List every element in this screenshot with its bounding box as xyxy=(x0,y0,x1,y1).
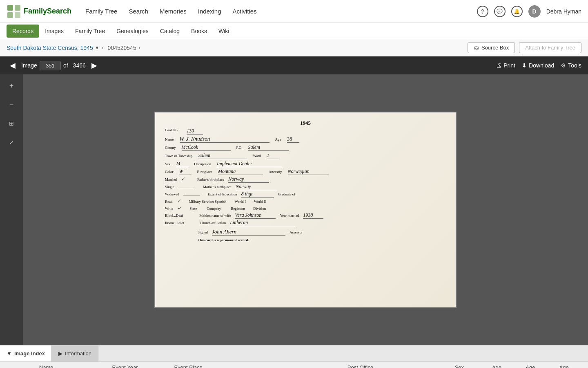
total-images: 3466 xyxy=(73,62,86,69)
tab-genealogies[interactable]: Genealogies xyxy=(111,25,154,38)
doc-card-row: Card No. 130 xyxy=(165,128,446,135)
nav-activities[interactable]: Activities xyxy=(229,5,261,17)
doc-sex-occ-row: Sex M Occupation Implement Dealer xyxy=(165,161,446,167)
doc-occupation: Implement Dealer xyxy=(217,161,282,167)
doc-name: W. J. Knudson xyxy=(180,136,270,143)
secondary-navigation: Records Images Family Tree Genealogies C… xyxy=(0,23,588,39)
col-event-place: Event Place xyxy=(169,362,342,368)
tab-family-tree[interactable]: Family Tree xyxy=(69,25,111,38)
doc-church-row: Insane...Idiot Church affiliation Luther… xyxy=(165,220,446,226)
next-image-button[interactable]: ▶ xyxy=(88,59,100,72)
source-box-icon: 🗂 xyxy=(474,45,479,51)
table-header-row: Name Event Year Event Place Post Office … xyxy=(0,362,588,368)
record-id: 004520545 xyxy=(108,45,136,51)
messages-icon[interactable]: 💬 xyxy=(494,6,506,17)
doc-married-row: Married ✓ Father's birthplace Norway xyxy=(165,176,446,183)
doc-education: 8 thgr. xyxy=(241,191,274,197)
image-number-input[interactable]: 351 xyxy=(40,61,61,70)
doc-county: McCook xyxy=(182,144,231,151)
col-post-office: Post Office xyxy=(343,362,450,368)
toolbar-right: 🖨 Print ⬇ Download ⚙ Tools xyxy=(496,62,581,69)
doc-county-row: County McCook P.O. Salem xyxy=(165,144,446,151)
breadcrumb-bar: South Dakota State Census, 1945 ▼ › 0045… xyxy=(0,39,588,56)
nav-links: Family Tree Search Memories Indexing Act… xyxy=(81,5,477,17)
tab-information[interactable]: ▶ Information xyxy=(52,346,98,361)
doc-read: ✓ xyxy=(177,198,181,204)
expand-button[interactable]: ⤢ xyxy=(5,136,18,149)
doc-read-row: Read ✓ Military Service: Spanish World I… xyxy=(165,198,446,204)
source-box-label: Source Box xyxy=(481,45,509,51)
image-area: 1945 Card No. 130 Name W. J. Knudson Age… xyxy=(23,74,588,345)
index-table-container: Name Event Year Event Place Post Office … xyxy=(0,362,588,368)
nav-family-tree[interactable]: Family Tree xyxy=(81,5,121,17)
bottom-section: ▼ Image Index ▶ Information Name Event Y… xyxy=(0,345,588,368)
breadcrumb-actions: 🗂 Source Box Attach to Family Tree xyxy=(468,42,581,53)
doc-age: 38 xyxy=(287,136,299,143)
of-label: of xyxy=(63,62,68,69)
collection-dropdown-arrow[interactable]: ▼ xyxy=(95,45,100,51)
doc-color-birth-row: Color W Birthplace Montana Ancestry Norw… xyxy=(165,168,446,175)
source-box-button[interactable]: 🗂 Source Box xyxy=(468,42,515,53)
top-right-controls: ? 💬 🔔 D Debra Hyman xyxy=(477,5,581,18)
main-content: + − ⊞ ⤢ 1945 Card No. 130 Name W. J. Knu… xyxy=(0,74,588,345)
tools-icon: ⚙ xyxy=(561,62,566,69)
logo-icon xyxy=(7,4,21,19)
grid-view-button[interactable]: ⊞ xyxy=(5,117,18,130)
nav-indexing[interactable]: Indexing xyxy=(194,5,225,17)
doc-married: ✓ xyxy=(181,176,185,182)
col-icon xyxy=(0,362,34,368)
nav-search[interactable]: Search xyxy=(125,5,152,17)
download-button[interactable]: ⬇ Download xyxy=(522,62,554,69)
zoom-out-button[interactable]: − xyxy=(5,98,18,111)
notifications-icon[interactable]: 🔔 xyxy=(511,6,523,17)
svg-rect-1 xyxy=(15,5,20,11)
bottom-tabs: ▼ Image Index ▶ Information xyxy=(0,346,588,362)
zoom-in-button[interactable]: + xyxy=(5,79,18,92)
tab-books[interactable]: Books xyxy=(185,25,213,38)
doc-color: W xyxy=(179,168,192,175)
breadcrumb-separator: › xyxy=(102,45,104,51)
doc-po: Salem xyxy=(248,144,289,151)
doc-single-row: Single Mother's birthplace Norway xyxy=(165,184,446,190)
help-icon[interactable]: ? xyxy=(477,6,488,17)
col-sex: Sex xyxy=(450,362,487,368)
col-name: Name xyxy=(34,362,107,368)
doc-signed: John Ahern xyxy=(212,229,285,236)
logo[interactable]: FamilySearch xyxy=(7,4,71,19)
tools-button[interactable]: ⚙ Tools xyxy=(561,62,581,69)
user-name[interactable]: Debra Hyman xyxy=(546,8,581,15)
doc-write: ✓ xyxy=(177,205,181,211)
doc-permanent: This card is a permanent record. xyxy=(198,238,446,242)
doc-signed-row: Signed John Ahern Assessor xyxy=(165,229,446,236)
collection-link[interactable]: South Dakota State Census, 1945 xyxy=(7,45,93,51)
doc-maiden-name: Vera Johnson xyxy=(235,212,276,219)
information-arrow: ▶ xyxy=(58,350,62,357)
tab-image-index[interactable]: ▼ Image Index xyxy=(0,346,52,361)
doc-card-no: 130 xyxy=(187,128,203,135)
svg-rect-0 xyxy=(7,5,13,11)
print-button[interactable]: 🖨 Print xyxy=(496,62,515,69)
doc-maiden-row: Blind...Deaf Maiden name of wife Vera Jo… xyxy=(165,212,446,219)
user-avatar[interactable]: D xyxy=(528,5,541,18)
side-controls: + − ⊞ ⤢ xyxy=(0,74,23,345)
doc-fathers-birthplace: Norway xyxy=(228,176,269,183)
prev-image-button[interactable]: ◀ xyxy=(7,59,19,72)
logo-text: FamilySearch xyxy=(24,7,71,16)
doc-town: Salem xyxy=(198,153,247,159)
doc-education-row: Widowed Extent of Education 8 thgr. Grad… xyxy=(165,191,446,197)
doc-name-row: Name W. J. Knudson Age 38 xyxy=(165,136,446,143)
tab-wiki[interactable]: Wiki xyxy=(213,25,235,38)
tab-records[interactable]: Records xyxy=(7,25,39,38)
image-label: Image xyxy=(21,62,37,69)
doc-sex: M xyxy=(176,161,189,167)
tab-catalog[interactable]: Catalog xyxy=(154,25,185,38)
attach-button[interactable]: Attach to Family Tree xyxy=(519,42,581,53)
doc-ancestry: Norwegian xyxy=(288,168,329,175)
doc-mothers-birthplace: Norway xyxy=(236,184,276,190)
tab-images[interactable]: Images xyxy=(39,25,69,38)
census-document: 1945 Card No. 130 Name W. J. Knudson Age… xyxy=(154,112,457,308)
print-icon: 🖨 xyxy=(496,62,501,69)
nav-memories[interactable]: Memories xyxy=(156,5,191,17)
doc-year: 1945 xyxy=(165,120,446,126)
svg-rect-3 xyxy=(15,12,20,18)
